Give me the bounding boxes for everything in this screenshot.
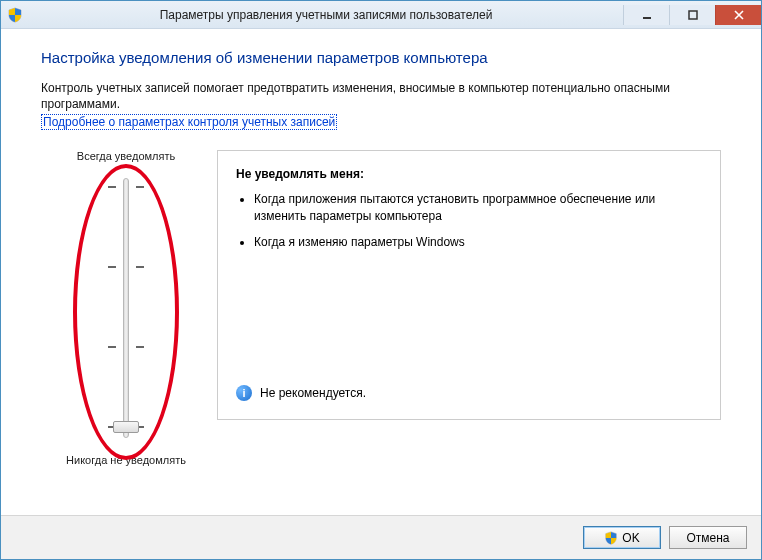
recommendation-text: Не рекомендуется.	[260, 386, 366, 400]
slider-tick	[108, 346, 116, 348]
slider-tick	[136, 186, 144, 188]
shield-icon	[7, 7, 23, 23]
cancel-button-label: Отмена	[686, 531, 729, 545]
page-heading: Настройка уведомления об изменении парам…	[41, 49, 721, 66]
recommendation-row: i Не рекомендуется.	[236, 385, 366, 401]
slider-tick	[136, 346, 144, 348]
titlebar: Параметры управления учетными записями п…	[1, 1, 761, 29]
dialog-footer: OK Отмена	[1, 515, 761, 559]
description-list: Когда приложения пытаются установить про…	[254, 191, 702, 250]
description-title: Не уведомлять меня:	[236, 167, 702, 181]
slider-tick	[108, 186, 116, 188]
slider-top-label: Всегда уведомлять	[41, 150, 211, 162]
description-box: Не уведомлять меня: Когда приложения пыт…	[217, 150, 721, 420]
description-bullet: Когда приложения пытаются установить про…	[254, 191, 702, 223]
window-buttons	[623, 5, 761, 25]
intro-text: Контроль учетных записей помогает предот…	[41, 80, 721, 112]
slider-thumb[interactable]	[113, 421, 139, 433]
maximize-button[interactable]	[669, 5, 715, 25]
minimize-button[interactable]	[623, 5, 669, 25]
slider-track-wrap	[41, 168, 211, 448]
content-area: Настройка уведомления об изменении парам…	[1, 29, 761, 515]
shield-icon	[604, 531, 618, 545]
ok-button[interactable]: OK	[583, 526, 661, 549]
description-bullet: Когда я изменяю параметры Windows	[254, 234, 702, 250]
window-title: Параметры управления учетными записями п…	[29, 8, 623, 22]
info-icon: i	[236, 385, 252, 401]
ok-button-label: OK	[622, 531, 639, 545]
slider-tick	[108, 266, 116, 268]
slider-column: Всегда уведомлять Никогда не уведомлять	[41, 150, 211, 466]
slider-bottom-label: Никогда не уведомлять	[41, 454, 211, 466]
uac-slider[interactable]	[123, 178, 129, 438]
close-button[interactable]	[715, 5, 761, 25]
slider-tick	[136, 266, 144, 268]
learn-more-link[interactable]: Подробнее о параметрах контроля учетных …	[41, 114, 337, 130]
uac-settings-window: Параметры управления учетными записями п…	[0, 0, 762, 560]
cancel-button[interactable]: Отмена	[669, 526, 747, 549]
svg-rect-0	[643, 17, 651, 19]
svg-rect-1	[689, 11, 697, 19]
